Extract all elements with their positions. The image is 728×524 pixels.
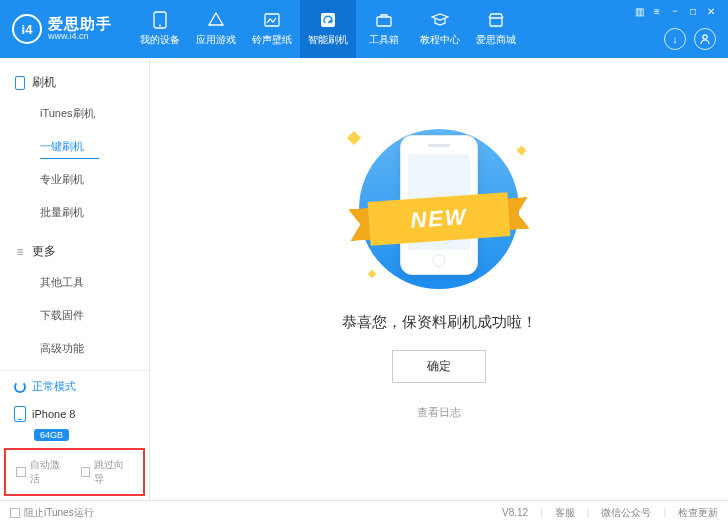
category-label: 更多 bbox=[32, 243, 56, 260]
status-bar: 阻止iTunes运行 V8.12 | 客服 | 微信公众号 | 检查更新 bbox=[0, 500, 728, 524]
sidebar-item-othertools[interactable]: 其他工具 bbox=[0, 266, 149, 299]
checkbox-auto-activate[interactable]: 自动激活 bbox=[16, 458, 69, 486]
download-icon[interactable]: ↓ bbox=[664, 28, 686, 50]
sidebar-item-itunes[interactable]: iTunes刷机 bbox=[0, 97, 149, 130]
separator: | bbox=[587, 507, 590, 518]
phone-icon bbox=[151, 11, 169, 29]
nav-ringtone[interactable]: 铃声壁纸 bbox=[244, 0, 300, 58]
toolbox-icon bbox=[375, 11, 393, 29]
category-label: 刷机 bbox=[32, 74, 56, 91]
brand-logo: i4 爱思助手 www.i4.cn bbox=[0, 14, 124, 44]
checkbox-label: 自动激活 bbox=[30, 458, 69, 486]
checkbox-block-itunes[interactable]: 阻止iTunes运行 bbox=[10, 506, 94, 520]
logo-icon: i4 bbox=[12, 14, 42, 44]
sidebar-item-oneclick[interactable]: 一键刷机 bbox=[0, 130, 149, 163]
device-name: iPhone 8 bbox=[32, 408, 75, 420]
mode-label: 正常模式 bbox=[32, 379, 76, 394]
nav-tutorial[interactable]: 教程中心 bbox=[412, 0, 468, 58]
minimize-icon[interactable]: － bbox=[668, 4, 682, 18]
store-icon bbox=[487, 11, 505, 29]
brand-name: 爱思助手 bbox=[48, 16, 112, 33]
phone-small-icon bbox=[14, 406, 26, 422]
checkbox-label: 阻止iTunes运行 bbox=[24, 506, 94, 520]
nav-store[interactable]: 爱思商城 bbox=[468, 0, 524, 58]
ok-button[interactable]: 确定 bbox=[392, 350, 486, 383]
nav-label: 智能刷机 bbox=[308, 33, 348, 47]
sidebar-item-pro[interactable]: 专业刷机 bbox=[0, 163, 149, 196]
nav-label: 爱思商城 bbox=[476, 33, 516, 47]
main-content: NEW 恭喜您，保资料刷机成功啦！ 确定 查看日志 bbox=[150, 58, 728, 500]
update-link[interactable]: 检查更新 bbox=[678, 506, 718, 520]
skin-icon[interactable]: ▥ bbox=[632, 4, 646, 18]
flash-icon bbox=[319, 11, 337, 29]
connected-device[interactable]: iPhone 8 bbox=[0, 402, 149, 424]
wechat-link[interactable]: 微信公众号 bbox=[601, 506, 651, 520]
nav-flash[interactable]: 智能刷机 bbox=[300, 0, 356, 58]
sidebar-item-firmware[interactable]: 下载固件 bbox=[0, 299, 149, 332]
nav-label: 教程中心 bbox=[420, 33, 460, 47]
checkbox-skip-guide[interactable]: 跳过向导 bbox=[81, 458, 134, 486]
sidebar-category-flash: 刷机 bbox=[0, 68, 149, 97]
nav-apps[interactable]: 应用游戏 bbox=[188, 0, 244, 58]
apps-icon bbox=[207, 11, 225, 29]
nav-label: 铃声壁纸 bbox=[252, 33, 292, 47]
options-highlight-box: 自动激活 跳过向导 bbox=[4, 448, 145, 496]
menu-icon[interactable]: ≡ bbox=[650, 4, 664, 18]
view-log-link[interactable]: 查看日志 bbox=[417, 405, 461, 420]
svg-point-6 bbox=[703, 35, 707, 39]
svg-rect-4 bbox=[377, 17, 391, 26]
svg-rect-3 bbox=[321, 13, 335, 27]
sidebar: 刷机 iTunes刷机 一键刷机 专业刷机 批量刷机 ≡ 更多 其他工具 下载固… bbox=[0, 58, 150, 500]
user-icon[interactable] bbox=[694, 28, 716, 50]
sidebar-item-batch[interactable]: 批量刷机 bbox=[0, 196, 149, 229]
service-link[interactable]: 客服 bbox=[555, 506, 575, 520]
close-icon[interactable]: ✕ bbox=[704, 4, 718, 18]
wallpaper-icon bbox=[263, 11, 281, 29]
separator: | bbox=[663, 507, 666, 518]
nav-toolbox[interactable]: 工具箱 bbox=[356, 0, 412, 58]
success-message: 恭喜您，保资料刷机成功啦！ bbox=[342, 313, 537, 332]
nav-label: 工具箱 bbox=[369, 33, 399, 47]
app-header: i4 爱思助手 www.i4.cn 我的设备 应用游戏 铃声壁纸 智能刷机 bbox=[0, 0, 728, 58]
device-small-icon bbox=[14, 77, 26, 89]
svg-point-1 bbox=[159, 25, 161, 27]
separator: | bbox=[540, 507, 543, 518]
maximize-icon[interactable]: □ bbox=[686, 4, 700, 18]
checkbox-label: 跳过向导 bbox=[94, 458, 133, 486]
svg-rect-2 bbox=[265, 14, 279, 26]
refresh-icon bbox=[14, 381, 26, 393]
checkbox-icon bbox=[81, 467, 91, 477]
checkbox-icon bbox=[10, 508, 20, 518]
version-label: V8.12 bbox=[502, 507, 528, 518]
more-icon: ≡ bbox=[14, 246, 26, 258]
device-capacity-badge: 64GB bbox=[34, 424, 149, 442]
brand-url: www.i4.cn bbox=[48, 32, 112, 42]
svg-rect-7 bbox=[16, 76, 25, 89]
sidebar-item-advanced[interactable]: 高级功能 bbox=[0, 332, 149, 365]
tutorial-icon bbox=[431, 11, 449, 29]
svg-rect-5 bbox=[490, 18, 502, 26]
nav-my-device[interactable]: 我的设备 bbox=[132, 0, 188, 58]
success-illustration: NEW bbox=[339, 119, 539, 299]
nav-label: 应用游戏 bbox=[196, 33, 236, 47]
device-mode[interactable]: 正常模式 bbox=[0, 371, 149, 402]
sidebar-category-more: ≡ 更多 bbox=[0, 237, 149, 266]
checkbox-icon bbox=[16, 467, 26, 477]
nav-label: 我的设备 bbox=[140, 33, 180, 47]
main-nav: 我的设备 应用游戏 铃声壁纸 智能刷机 工具箱 教程中心 bbox=[132, 0, 524, 58]
